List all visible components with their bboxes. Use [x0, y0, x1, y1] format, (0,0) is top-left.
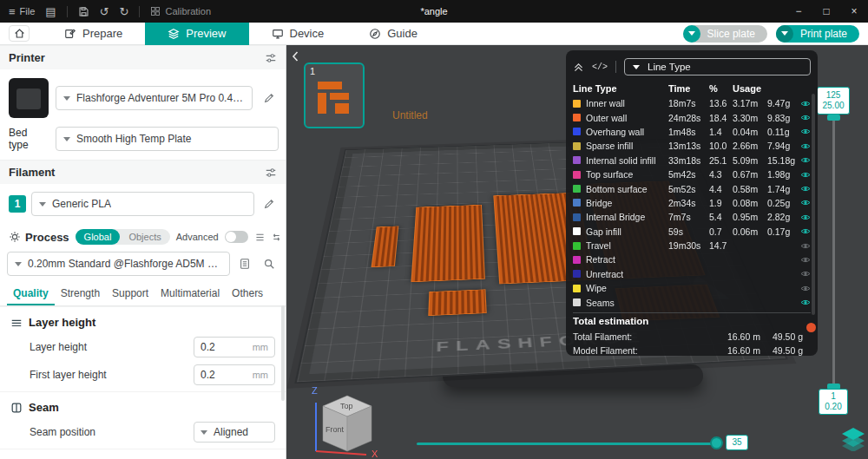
eye-icon[interactable]: [799, 185, 811, 193]
eye-icon[interactable]: [799, 171, 811, 179]
search-icon[interactable]: [260, 254, 279, 273]
minimize-button[interactable]: −: [785, 0, 812, 23]
close-button[interactable]: ×: [840, 0, 868, 23]
line-type-swatch: [573, 128, 581, 135]
maximize-button[interactable]: □: [812, 0, 840, 23]
edit-printer-button[interactable]: [260, 89, 279, 108]
tab-prepare[interactable]: Prepare: [42, 23, 145, 45]
home-button[interactable]: [9, 25, 30, 42]
eye-icon[interactable]: [799, 213, 811, 221]
collapse-panel-icon[interactable]: [573, 62, 584, 73]
first-layer-height-input[interactable]: [201, 369, 249, 381]
sidebar-scrollbar[interactable]: [281, 305, 285, 401]
eye-icon[interactable]: [799, 285, 811, 292]
slice-dropdown-icon[interactable]: [683, 25, 700, 43]
line-type-name: Bottom surface: [586, 184, 648, 194]
filament-slot-badge[interactable]: 1: [9, 195, 26, 213]
compare-presets-icon[interactable]: [271, 232, 282, 243]
chevron-down-icon: [39, 202, 46, 207]
preview-viewport[interactable]: 1 Untitled FLASHFORGE: [286, 45, 868, 459]
eye-icon[interactable]: [799, 142, 811, 150]
seam-position-select[interactable]: Aligned: [194, 422, 275, 443]
moves-slider-track[interactable]: [417, 443, 719, 445]
line-type-name: Sparse infill: [586, 141, 633, 151]
settings-sidebar: Printer Flashforge Adventurer 5M Pro 0.4…: [0, 45, 286, 459]
line-type-weight: 1.98g: [767, 169, 799, 180]
tab-preview[interactable]: Preview: [145, 23, 248, 45]
eye-icon[interactable]: [799, 242, 811, 250]
line-type-length: 0.08m: [733, 198, 767, 208]
bed-type-select[interactable]: Smooth High Temp Plate: [56, 127, 279, 151]
line-type-name: Gap infill: [586, 226, 621, 237]
eye-icon[interactable]: [799, 128, 811, 135]
layer-slider-top-value[interactable]: 125 25.00: [817, 87, 850, 115]
sliced-object[interactable]: [411, 205, 484, 282]
param-label: Seam position: [30, 426, 95, 438]
redo-button[interactable]: ↻: [120, 6, 129, 17]
eye-icon[interactable]: [799, 156, 811, 164]
filament-filter-icon[interactable]: [265, 167, 277, 179]
file-menu[interactable]: ≡ File: [9, 6, 35, 17]
printer-thumbnail[interactable]: [9, 78, 49, 118]
tab-quality[interactable]: Quality: [7, 283, 55, 305]
printer-filter-icon[interactable]: [265, 52, 277, 64]
eye-icon[interactable]: [799, 114, 811, 121]
home-icon: [14, 28, 25, 39]
param-list-icon[interactable]: [254, 232, 266, 243]
sliced-object[interactable]: [372, 226, 399, 267]
advanced-toggle[interactable]: [225, 231, 248, 243]
moves-slider-handle[interactable]: [710, 436, 723, 449]
print-dropdown-icon[interactable]: [776, 25, 793, 43]
line-type-percent: 14.7: [709, 240, 733, 251]
view-type-select[interactable]: Line Type: [624, 58, 811, 75]
moves-slider-value[interactable]: 35: [726, 435, 748, 450]
chevron-down-icon: [633, 65, 640, 69]
tab-guide[interactable]: Guide: [346, 23, 440, 45]
layer-slider-bottom-value[interactable]: 1 0.20: [819, 389, 848, 415]
line-type-swatch: [573, 227, 581, 235]
orientation-gizmo[interactable]: Z X Top Front: [307, 380, 384, 459]
tab-strength[interactable]: Strength: [55, 283, 106, 305]
filament-preset-select[interactable]: Generic PLA: [31, 192, 254, 216]
legend-row: Unretract: [573, 267, 811, 281]
eye-icon[interactable]: [799, 298, 811, 306]
tab-support[interactable]: Support: [106, 283, 155, 305]
hamburger-icon: ≡: [9, 6, 16, 17]
plate-thumbnail[interactable]: 1: [304, 62, 365, 128]
save-button[interactable]: [78, 6, 89, 17]
panel-toggle-icon[interactable]: ▤: [45, 6, 56, 17]
eye-icon[interactable]: [799, 270, 811, 278]
line-type-swatch: [573, 142, 581, 150]
tab-device[interactable]: Device: [249, 23, 347, 45]
layer-view-icon[interactable]: [840, 427, 866, 455]
layer-height-input[interactable]: [201, 341, 249, 353]
panel-scrollbar[interactable]: [812, 94, 815, 315]
gcode-viewer-icon[interactable]: </>: [592, 62, 608, 72]
layer-slider-top-handle[interactable]: [827, 115, 840, 121]
slice-plate-button[interactable]: Slice plate: [683, 25, 767, 43]
printer-preset-select[interactable]: Flashforge Adventurer 5M Pro 0.4 Nozzle: [56, 86, 253, 110]
collapse-sidebar-button[interactable]: [290, 50, 300, 66]
eye-icon[interactable]: [799, 100, 811, 108]
scope-objects-button[interactable]: Objects: [120, 229, 169, 245]
line-type-percent: 13.6: [709, 98, 733, 108]
edit-filament-button[interactable]: [260, 194, 279, 213]
line-type-swatch: [573, 213, 581, 221]
tab-multimaterial[interactable]: Multimaterial: [155, 283, 226, 305]
print-plate-button[interactable]: Print plate: [776, 25, 859, 43]
line-type-percent: 18.4: [709, 113, 733, 123]
undo-button[interactable]: ↺: [100, 6, 109, 17]
layer-slider-track[interactable]: [832, 118, 835, 385]
line-type-time: 13m13s: [668, 141, 709, 151]
sliced-object[interactable]: [428, 289, 486, 316]
eye-icon[interactable]: [799, 227, 811, 235]
preset-page-icon[interactable]: [235, 254, 254, 273]
scope-global-button[interactable]: Global: [76, 229, 121, 245]
process-preset-select[interactable]: 0.20mm Standard @Flashforge AD5M Pro...: [7, 252, 230, 276]
eye-icon[interactable]: [799, 256, 811, 264]
tab-others[interactable]: Others: [226, 283, 269, 305]
calibration-menu[interactable]: Calibration: [150, 6, 211, 16]
section-layer-height: Layer height Layer height mm First layer…: [0, 306, 286, 391]
eye-icon[interactable]: [799, 199, 811, 207]
pencil-icon: [263, 198, 275, 210]
